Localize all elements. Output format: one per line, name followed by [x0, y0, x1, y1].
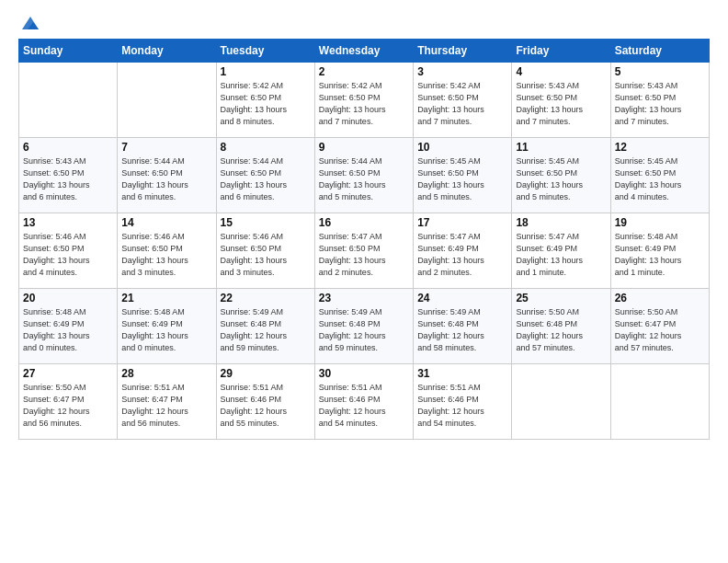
calendar-cell: 30Sunrise: 5:51 AM Sunset: 6:46 PM Dayli…	[314, 364, 413, 440]
day-number: 18	[516, 216, 606, 229]
day-number: 4	[516, 65, 606, 78]
calendar-cell: 2Sunrise: 5:42 AM Sunset: 6:50 PM Daylig…	[314, 63, 413, 138]
calendar-cell: 24Sunrise: 5:49 AM Sunset: 6:48 PM Dayli…	[414, 289, 512, 364]
day-number: 9	[319, 141, 409, 154]
calendar-cell: 4Sunrise: 5:43 AM Sunset: 6:50 PM Daylig…	[512, 63, 610, 138]
day-number: 26	[615, 292, 705, 304]
logo-icon	[20, 13, 40, 33]
day-info: Sunrise: 5:51 AM Sunset: 6:46 PM Dayligh…	[221, 382, 311, 430]
calendar-cell: 19Sunrise: 5:48 AM Sunset: 6:49 PM Dayli…	[610, 213, 709, 289]
day-info: Sunrise: 5:42 AM Sunset: 6:50 PM Dayligh…	[417, 80, 507, 128]
day-number: 12	[615, 141, 705, 154]
day-number: 29	[221, 367, 311, 380]
calendar-cell: 12Sunrise: 5:45 AM Sunset: 6:50 PM Dayli…	[610, 138, 709, 213]
calendar-cell: 28Sunrise: 5:51 AM Sunset: 6:47 PM Dayli…	[118, 364, 216, 440]
weekday-header-tuesday: Tuesday	[216, 40, 314, 63]
calendar-table: SundayMondayTuesdayWednesdayThursdayFrid…	[18, 39, 710, 440]
day-info: Sunrise: 5:50 AM Sunset: 6:48 PM Dayligh…	[516, 306, 606, 354]
day-number: 14	[121, 216, 211, 229]
day-info: Sunrise: 5:43 AM Sunset: 6:50 PM Dayligh…	[23, 155, 113, 203]
calendar-cell: 29Sunrise: 5:51 AM Sunset: 6:46 PM Dayli…	[216, 364, 314, 440]
day-info: Sunrise: 5:49 AM Sunset: 6:48 PM Dayligh…	[221, 306, 311, 354]
calendar-cell: 25Sunrise: 5:50 AM Sunset: 6:48 PM Dayli…	[512, 289, 610, 364]
day-info: Sunrise: 5:46 AM Sunset: 6:50 PM Dayligh…	[221, 231, 311, 279]
calendar-cell: 8Sunrise: 5:44 AM Sunset: 6:50 PM Daylig…	[216, 138, 314, 213]
day-info: Sunrise: 5:49 AM Sunset: 6:48 PM Dayligh…	[417, 306, 507, 354]
calendar-cell: 26Sunrise: 5:50 AM Sunset: 6:47 PM Dayli…	[610, 289, 709, 364]
day-info: Sunrise: 5:44 AM Sunset: 6:50 PM Dayligh…	[319, 155, 409, 203]
calendar-cell	[610, 364, 709, 440]
day-number: 7	[121, 141, 211, 154]
day-number: 6	[23, 141, 113, 154]
day-info: Sunrise: 5:51 AM Sunset: 6:46 PM Dayligh…	[417, 382, 507, 430]
calendar-cell: 23Sunrise: 5:49 AM Sunset: 6:48 PM Dayli…	[314, 289, 413, 364]
day-number: 24	[417, 292, 507, 304]
day-info: Sunrise: 5:45 AM Sunset: 6:50 PM Dayligh…	[615, 155, 705, 203]
calendar-cell: 6Sunrise: 5:43 AM Sunset: 6:50 PM Daylig…	[19, 138, 118, 213]
calendar-cell: 1Sunrise: 5:42 AM Sunset: 6:50 PM Daylig…	[216, 63, 314, 138]
logo	[18, 17, 40, 31]
header	[18, 17, 710, 31]
calendar-cell: 22Sunrise: 5:49 AM Sunset: 6:48 PM Dayli…	[216, 289, 314, 364]
calendar-cell: 31Sunrise: 5:51 AM Sunset: 6:46 PM Dayli…	[414, 364, 512, 440]
day-number: 13	[23, 216, 113, 229]
day-info: Sunrise: 5:46 AM Sunset: 6:50 PM Dayligh…	[23, 231, 113, 279]
day-info: Sunrise: 5:44 AM Sunset: 6:50 PM Dayligh…	[221, 155, 311, 203]
weekday-header-row: SundayMondayTuesdayWednesdayThursdayFrid…	[19, 40, 710, 63]
weekday-header-wednesday: Wednesday	[314, 40, 413, 63]
day-number: 3	[417, 65, 507, 78]
day-info: Sunrise: 5:46 AM Sunset: 6:50 PM Dayligh…	[121, 231, 211, 279]
day-number: 10	[417, 141, 507, 154]
day-info: Sunrise: 5:48 AM Sunset: 6:49 PM Dayligh…	[23, 306, 113, 354]
day-info: Sunrise: 5:48 AM Sunset: 6:49 PM Dayligh…	[615, 231, 705, 279]
day-info: Sunrise: 5:49 AM Sunset: 6:48 PM Dayligh…	[319, 306, 409, 354]
day-number: 21	[121, 292, 211, 304]
week-row-3: 13Sunrise: 5:46 AM Sunset: 6:50 PM Dayli…	[19, 213, 710, 289]
calendar-cell: 21Sunrise: 5:48 AM Sunset: 6:49 PM Dayli…	[118, 289, 216, 364]
day-number: 23	[319, 292, 409, 304]
day-number: 30	[319, 367, 409, 380]
week-row-1: 1Sunrise: 5:42 AM Sunset: 6:50 PM Daylig…	[19, 63, 710, 138]
calendar-cell: 11Sunrise: 5:45 AM Sunset: 6:50 PM Dayli…	[512, 138, 610, 213]
calendar-cell	[118, 63, 216, 138]
day-number: 22	[221, 292, 311, 304]
calendar-cell: 17Sunrise: 5:47 AM Sunset: 6:49 PM Dayli…	[414, 213, 512, 289]
day-number: 15	[221, 216, 311, 229]
day-number: 5	[615, 65, 705, 78]
calendar-cell: 15Sunrise: 5:46 AM Sunset: 6:50 PM Dayli…	[216, 213, 314, 289]
day-number: 8	[221, 141, 311, 154]
day-info: Sunrise: 5:47 AM Sunset: 6:50 PM Dayligh…	[319, 231, 409, 279]
calendar-cell	[19, 63, 118, 138]
day-number: 25	[516, 292, 606, 304]
day-number: 16	[319, 216, 409, 229]
week-row-4: 20Sunrise: 5:48 AM Sunset: 6:49 PM Dayli…	[19, 289, 710, 364]
day-info: Sunrise: 5:47 AM Sunset: 6:49 PM Dayligh…	[516, 231, 606, 279]
calendar-cell: 14Sunrise: 5:46 AM Sunset: 6:50 PM Dayli…	[118, 213, 216, 289]
day-number: 19	[615, 216, 705, 229]
calendar-cell: 7Sunrise: 5:44 AM Sunset: 6:50 PM Daylig…	[118, 138, 216, 213]
page: SundayMondayTuesdayWednesdayThursdayFrid…	[0, 0, 728, 563]
calendar-cell: 5Sunrise: 5:43 AM Sunset: 6:50 PM Daylig…	[610, 63, 709, 138]
calendar-cell: 9Sunrise: 5:44 AM Sunset: 6:50 PM Daylig…	[314, 138, 413, 213]
calendar-cell: 16Sunrise: 5:47 AM Sunset: 6:50 PM Dayli…	[314, 213, 413, 289]
day-number: 1	[221, 65, 311, 78]
calendar-cell: 3Sunrise: 5:42 AM Sunset: 6:50 PM Daylig…	[414, 63, 512, 138]
calendar-cell: 18Sunrise: 5:47 AM Sunset: 6:49 PM Dayli…	[512, 213, 610, 289]
day-number: 20	[23, 292, 113, 304]
day-info: Sunrise: 5:51 AM Sunset: 6:46 PM Dayligh…	[319, 382, 409, 430]
weekday-header-saturday: Saturday	[610, 40, 709, 63]
day-info: Sunrise: 5:43 AM Sunset: 6:50 PM Dayligh…	[615, 80, 705, 128]
calendar-cell	[512, 364, 610, 440]
week-row-5: 27Sunrise: 5:50 AM Sunset: 6:47 PM Dayli…	[19, 364, 710, 440]
day-info: Sunrise: 5:43 AM Sunset: 6:50 PM Dayligh…	[516, 80, 606, 128]
day-info: Sunrise: 5:44 AM Sunset: 6:50 PM Dayligh…	[121, 155, 211, 203]
day-info: Sunrise: 5:42 AM Sunset: 6:50 PM Dayligh…	[221, 80, 311, 128]
weekday-header-friday: Friday	[512, 40, 610, 63]
calendar-cell: 20Sunrise: 5:48 AM Sunset: 6:49 PM Dayli…	[19, 289, 118, 364]
day-info: Sunrise: 5:48 AM Sunset: 6:49 PM Dayligh…	[121, 306, 211, 354]
weekday-header-monday: Monday	[118, 40, 216, 63]
day-number: 28	[121, 367, 211, 380]
day-number: 2	[319, 65, 409, 78]
day-info: Sunrise: 5:50 AM Sunset: 6:47 PM Dayligh…	[615, 306, 705, 354]
day-number: 31	[417, 367, 507, 380]
